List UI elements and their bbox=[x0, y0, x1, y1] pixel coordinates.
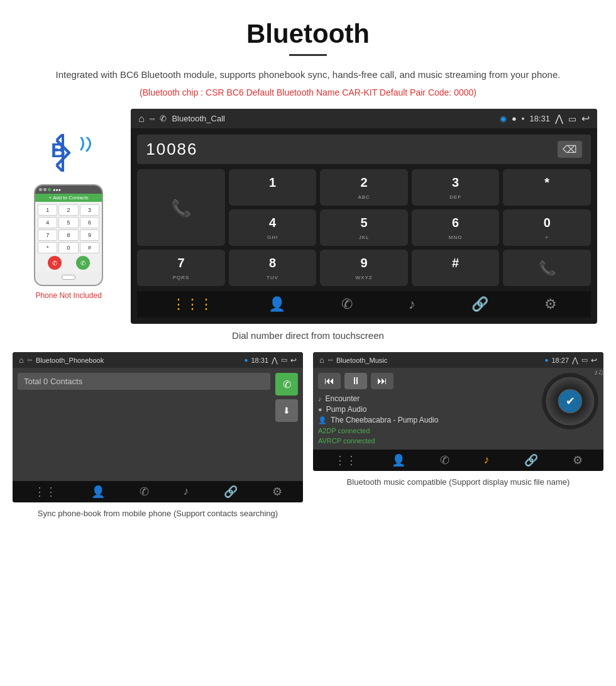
phone-key-2[interactable]: 2 bbox=[58, 204, 78, 216]
pb-music-icon[interactable]: ♪ bbox=[184, 485, 189, 499]
dialer-nav-icon[interactable]: ⋮⋮⋮ bbox=[172, 296, 213, 313]
signal-dot bbox=[48, 188, 51, 191]
vinyl-record: ✔ ♪♫ bbox=[542, 373, 598, 429]
back-icon-sm2[interactable]: ↩ bbox=[591, 356, 597, 365]
phone-top-bar: ●●● bbox=[35, 185, 102, 194]
signal-dot bbox=[43, 188, 47, 191]
time-display: 18:31 bbox=[529, 114, 550, 123]
phone-mockup: ●●● + Add to Contacts 1 2 3 4 5 6 7 8 9 … bbox=[34, 184, 103, 286]
key-6[interactable]: 6MNO bbox=[412, 209, 500, 246]
pb-calls-icon[interactable]: ✆ bbox=[140, 485, 149, 499]
phonebook-screen-wrap: ⌂ ▫▫ Bluetooth_Phonebook ● 18:31 ⋀ ▭ ↩ T… bbox=[13, 352, 303, 520]
key-7[interactable]: 7PQRS bbox=[137, 250, 225, 286]
music-caption: Bluetooth music compatible (Support disp… bbox=[347, 476, 570, 489]
expand-icon-sm2[interactable]: ⋀ bbox=[572, 356, 578, 365]
music-notes-decoration: ♪♫ bbox=[594, 368, 603, 377]
pb-contacts-icon[interactable]: 👤 bbox=[91, 485, 105, 499]
dialed-number: 10086 bbox=[146, 140, 197, 159]
music-nav-icon[interactable]: ♪ bbox=[409, 296, 415, 313]
back-icon-sm[interactable]: ↩ bbox=[290, 356, 297, 365]
phone-key-star[interactable]: * bbox=[38, 242, 57, 253]
phonebook-bottom-nav: ⋮⋮ 👤 ✆ ♪ 🔗 ⚙ bbox=[13, 481, 303, 502]
call-button[interactable]: 📞 bbox=[137, 169, 225, 246]
phonebook-search-bar[interactable]: Total 0 Contacts bbox=[18, 373, 270, 390]
ms-contacts-icon[interactable]: 👤 bbox=[392, 453, 405, 467]
pb-link-icon[interactable]: 🔗 bbox=[224, 485, 238, 499]
ms-music-icon[interactable]: ♪ bbox=[484, 453, 490, 467]
track-name-1: Encounter bbox=[326, 394, 360, 403]
call-contact-button[interactable]: ✆ bbox=[275, 373, 298, 396]
phone-key-8[interactable]: 8 bbox=[58, 230, 78, 241]
home-icon[interactable]: ⌂ bbox=[138, 113, 145, 124]
phone-key-6[interactable]: 6 bbox=[80, 217, 99, 228]
phonebook-title: Bluetooth_Phonebook bbox=[36, 357, 104, 364]
music-topbar-left: ⌂ ▫▫ Bluetooth_Music bbox=[319, 355, 387, 365]
settings-nav-icon[interactable]: ⚙ bbox=[544, 296, 557, 313]
phone-end-call-button[interactable]: ✆ bbox=[48, 256, 62, 270]
phone-key-hash[interactable]: # bbox=[80, 242, 99, 253]
key-3[interactable]: 3DEF bbox=[412, 169, 500, 206]
play-pause-button[interactable]: ⏸ bbox=[344, 373, 367, 389]
expand-icon[interactable]: ⋀ bbox=[555, 113, 563, 124]
main-content-row: ⬞ B ●●● bbox=[0, 109, 616, 324]
phone-key-0[interactable]: 0 bbox=[58, 242, 78, 253]
calls-nav-icon[interactable]: ✆ bbox=[341, 296, 353, 313]
key-1[interactable]: 1 bbox=[229, 169, 317, 206]
key-8[interactable]: 8TUV bbox=[229, 250, 317, 286]
home-icon-sm2[interactable]: ⌂ bbox=[319, 355, 324, 365]
phone-key-9[interactable]: 9 bbox=[80, 230, 99, 241]
home-icon-sm[interactable]: ⌂ bbox=[19, 355, 24, 365]
back-icon[interactable]: ↩ bbox=[581, 113, 590, 124]
window-icon-sm2[interactable]: ▭ bbox=[581, 356, 588, 364]
pb-time: 18:31 bbox=[251, 357, 268, 364]
backspace-button[interactable]: ⌫ bbox=[558, 141, 582, 158]
bt-dot-icon2: ● bbox=[544, 357, 548, 363]
ms-settings-icon[interactable]: ⚙ bbox=[573, 453, 583, 467]
end-call-button[interactable]: 📞 bbox=[503, 250, 591, 286]
vinyl-outer-disc: ✔ bbox=[542, 373, 598, 429]
phone-key-4[interactable]: 4 bbox=[38, 217, 57, 228]
phone-not-included-label: Phone Not Included bbox=[35, 291, 101, 300]
signal-icon-sm: ▫▫ bbox=[28, 357, 32, 363]
signal-waves-icon bbox=[78, 137, 100, 162]
window-icon[interactable]: ▭ bbox=[568, 114, 576, 124]
track-name-3: The Cheebacabra - Pump Audio bbox=[331, 416, 438, 424]
phone-key-1[interactable]: 1 bbox=[38, 204, 57, 216]
contacts-nav-icon[interactable]: 👤 bbox=[268, 296, 285, 313]
link-nav-icon[interactable]: 🔗 bbox=[471, 296, 488, 313]
phone-call-button[interactable]: ✆ bbox=[76, 256, 90, 270]
key-star[interactable]: * bbox=[503, 169, 591, 206]
phonebook-car-screen: ⌂ ▫▫ Bluetooth_Phonebook ● 18:31 ⋀ ▭ ↩ T… bbox=[13, 352, 303, 502]
phone-key-3[interactable]: 3 bbox=[80, 204, 99, 216]
phone-home-button[interactable] bbox=[62, 275, 75, 280]
a2dp-status: A2DP connected bbox=[318, 427, 536, 434]
ms-link-icon[interactable]: 🔗 bbox=[524, 453, 538, 467]
ms-calls-icon[interactable]: ✆ bbox=[440, 453, 449, 467]
bottom-screenshots-row: ⌂ ▫▫ Bluetooth_Phonebook ● 18:31 ⋀ ▭ ↩ T… bbox=[0, 352, 616, 520]
window-icon-sm[interactable]: ▭ bbox=[281, 356, 287, 364]
ms-dialer-icon[interactable]: ⋮⋮ bbox=[334, 453, 357, 467]
key-0plus[interactable]: 0+ bbox=[503, 209, 591, 246]
phone-key-5[interactable]: 5 bbox=[58, 217, 78, 228]
phone-call-buttons: ✆ ✆ bbox=[38, 253, 99, 270]
pb-settings-icon[interactable]: ⚙ bbox=[272, 485, 282, 499]
phonebook-list-empty bbox=[18, 422, 298, 472]
signal-icon: ▫▫ bbox=[150, 114, 155, 123]
pb-dialer-icon[interactable]: ⋮⋮ bbox=[34, 485, 57, 499]
next-button[interactable]: ⏭ bbox=[371, 373, 393, 389]
phone-key-7[interactable]: 7 bbox=[38, 230, 57, 241]
download-contacts-button[interactable]: ⬇ bbox=[275, 399, 298, 422]
prev-button[interactable]: ⏮ bbox=[318, 373, 341, 389]
key-9[interactable]: 9WXYZ bbox=[320, 250, 408, 286]
key-2[interactable]: 2ABC bbox=[320, 169, 408, 206]
phonebook-action-buttons: ✆ ⬇ bbox=[275, 373, 298, 422]
search-placeholder: Total 0 Contacts bbox=[24, 377, 82, 386]
add-contact-label: + Add to Contacts bbox=[48, 195, 88, 201]
key-5[interactable]: 5JKL bbox=[320, 209, 408, 246]
phone-add-contact-bar: + Add to Contacts bbox=[35, 194, 102, 202]
subtitle-text: Integrated with BC6 Bluetooth module, su… bbox=[0, 67, 616, 82]
bt-dot-icon: ● bbox=[244, 357, 248, 363]
expand-icon-sm[interactable]: ⋀ bbox=[272, 356, 278, 365]
key-4[interactable]: 4GHI bbox=[229, 209, 317, 246]
key-hash[interactable]: # bbox=[412, 250, 500, 286]
